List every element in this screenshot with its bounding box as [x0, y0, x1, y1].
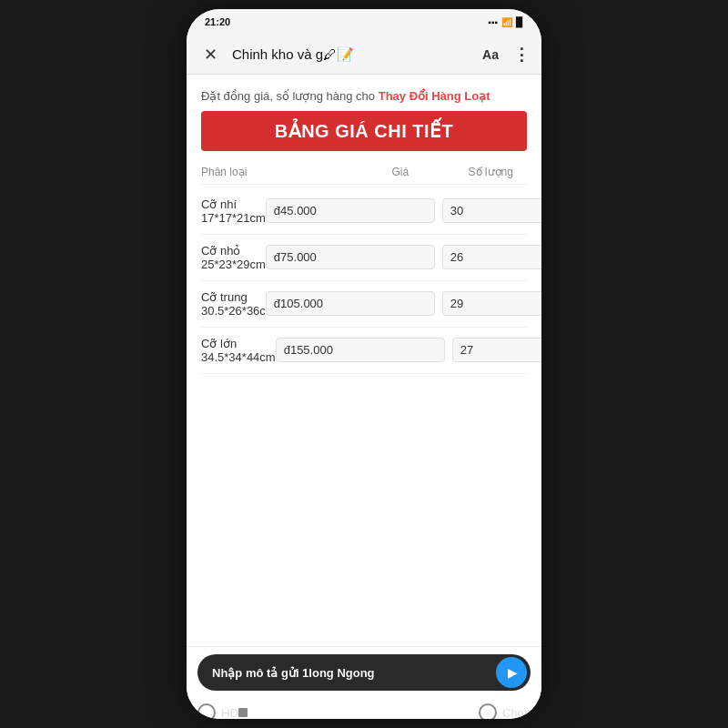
hint-text: Đặt đồng giá, số lượng hàng cho Thay Đổi…: [201, 87, 527, 106]
col-header-price: Giá: [346, 166, 454, 178]
message-bar: Nhập mô tả gửi 1long Ngong ▶: [197, 654, 531, 691]
row-price-input-3[interactable]: [276, 338, 445, 362]
table-row: Cỡ lớn 34.5*34*44cm: [201, 328, 527, 374]
row-qty-input-2[interactable]: [442, 291, 541, 316]
table-header: Phân loại Giá Số lượng: [201, 160, 527, 185]
price-banner: BẢNG GIÁ CHI TIẾT: [201, 111, 527, 151]
hd-label: HD: [221, 706, 238, 720]
nav-title: Chinh kho và g🖊📝: [232, 46, 468, 63]
send-button[interactable]: ▶: [496, 657, 527, 688]
chon-label: Chon: [502, 706, 531, 720]
status-icons: ▪▪▪ 📶 ▉: [488, 17, 523, 27]
col-header-name: Phân loại: [201, 166, 346, 178]
row-name-3: Cỡ lớn 34.5*34*44cm: [201, 337, 276, 364]
send-icon: ▶: [508, 665, 518, 680]
hd-radio-group: HD: [197, 703, 238, 719]
chon-radio-group: Chon: [479, 703, 531, 719]
bottom-controls: HD Chon: [187, 698, 541, 719]
main-content: Đặt đồng giá, số lượng hàng cho Thay Đổi…: [187, 75, 541, 646]
more-options-button[interactable]: ⋮: [513, 45, 531, 65]
status-bar: 21:20 ▪▪▪ 📶 ▉: [187, 9, 541, 35]
stop-button[interactable]: [238, 708, 248, 717]
row-price-input-0[interactable]: [266, 198, 435, 223]
close-button[interactable]: ✕: [197, 42, 223, 67]
battery-icon: ▉: [516, 17, 523, 27]
nav-bar: ✕ Chinh kho và g🖊📝 Aa ⋮: [187, 35, 541, 75]
font-size-button[interactable]: Aa: [477, 46, 504, 64]
col-header-qty: Số lượng: [454, 166, 527, 178]
banner-title: BẢNG GIÁ CHI TIẾT: [216, 120, 512, 142]
table-row: Cỡ nhỏ 25*23*29cm: [201, 235, 527, 281]
row-qty-input-1[interactable]: [442, 245, 541, 269]
bottom-area: Nhập mô tả gửi 1long Ngong ▶ HD Chon: [187, 646, 541, 719]
price-table: Cỡ nhí 17*17*21cm Cỡ nhỏ 25*23*29cm Cỡ t…: [201, 188, 527, 374]
hd-radio[interactable]: [197, 703, 216, 719]
row-name-2: Cỡ trung 30.5*26*36c: [201, 290, 266, 318]
phone-frame: 21:20 ▪▪▪ 📶 ▉ ✕ Chinh kho và g🖊📝 Aa ⋮ Đặ…: [187, 9, 541, 719]
row-qty-input-3[interactable]: [452, 338, 541, 362]
table-row: Cỡ nhí 17*17*21cm: [201, 188, 527, 235]
username-highlight: 1long Ngong: [302, 666, 374, 680]
row-name-1: Cỡ nhỏ 25*23*29cm: [201, 244, 266, 271]
row-name-0: Cỡ nhí 17*17*21cm: [201, 197, 266, 225]
bulk-change-link[interactable]: Thay Đổi Hàng Loạt: [379, 89, 490, 103]
row-price-input-1[interactable]: [266, 245, 435, 269]
wifi-icon: 📶: [501, 17, 512, 27]
status-time: 21:20: [205, 16, 230, 27]
row-price-input-2[interactable]: [266, 291, 435, 316]
row-qty-input-0[interactable]: [442, 198, 541, 223]
signal-icon: ▪▪▪: [488, 17, 498, 27]
message-placeholder: Nhập mô tả gửi 1long Ngong: [212, 666, 375, 680]
table-row: Cỡ trung 30.5*26*36c: [201, 281, 527, 328]
chon-radio[interactable]: [479, 703, 497, 719]
